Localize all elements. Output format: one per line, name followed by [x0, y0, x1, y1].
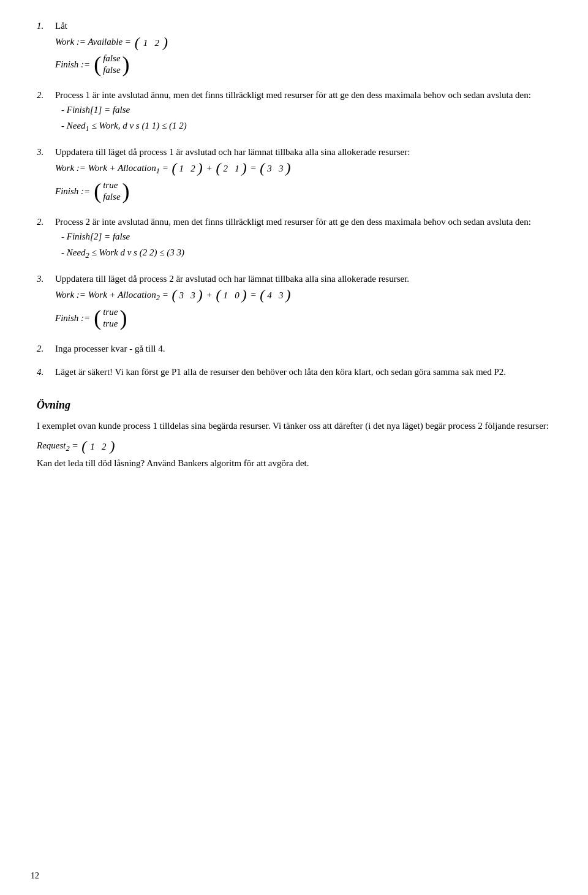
- request2-sub: 2: [66, 444, 69, 453]
- ovning-heading: Övning: [37, 396, 557, 414]
- finish-step3-label: Finish :=: [55, 184, 90, 198]
- alloc2-sub: 2: [156, 293, 160, 302]
- step3b-val2: ( 1 0 ): [216, 288, 246, 303]
- step3-val2: ( 2 1 ): [216, 161, 246, 176]
- item-number-3a: 3.: [37, 145, 50, 206]
- item-3b: 3. Uppdatera till läget då process 2 är …: [37, 271, 557, 333]
- item-content-2b: Process 2 är inte avslutad ännu, men det…: [55, 214, 557, 263]
- step2b-intro-text: Process 2 är inte avslutad ännu, men det…: [55, 217, 531, 227]
- finish-step3b-row1: true: [103, 306, 118, 319]
- step2-finish1: - Finish[1] = false: [61, 102, 557, 117]
- finish-step3b-block: Finish := ( true true ): [55, 306, 557, 330]
- alloc1-sub: 1: [156, 167, 160, 175]
- need2-sub: 2: [86, 251, 89, 260]
- lat-label: Låt: [55, 18, 557, 33]
- request2-matrix: ( 1 2 ): [81, 439, 115, 454]
- finish-step3b-matrix: ( true true ): [94, 306, 127, 330]
- step3b-val1: ( 3 3 ): [172, 288, 203, 303]
- item-content-3a: Uppdatera till läget då process 1 är avs…: [55, 145, 557, 206]
- item-2c: 2. Inga processer kvar - gå till 4.: [37, 341, 557, 356]
- step3-val1: ( 1 2 ): [172, 161, 203, 176]
- step3b-val3: ( 4 3 ): [260, 288, 290, 303]
- item-4: 4. Läget är säkert! Vi kan först ge P1 a…: [37, 364, 557, 379]
- step3b-intro-text: Uppdatera till läget då process 2 är avs…: [55, 271, 557, 286]
- ovning-section: Övning I exemplet ovan kunde process 1 t…: [37, 396, 557, 471]
- finish-step3b-row2: true: [103, 318, 118, 330]
- item-number-4: 4.: [37, 364, 50, 379]
- step3-work-line: Work := Work + Allocation1 = ( 1 2 ) + (…: [55, 160, 557, 177]
- item-3a: 3. Uppdatera till läget då process 1 är …: [37, 145, 557, 206]
- finish-step3-values: true false: [103, 179, 120, 203]
- item-content-2c: Inga processer kvar - gå till 4.: [55, 341, 557, 356]
- item-content-2a: Process 1 är inte avslutad ännu, men det…: [55, 88, 557, 136]
- finish-step3-matrix: ( true false ): [94, 179, 129, 203]
- step2b-finish2: - Finish[2] = false: [61, 229, 557, 244]
- step2-intro-text: Process 1 är inte avslutad ännu, men det…: [55, 90, 531, 100]
- step3-val3: ( 3 3 ): [260, 161, 290, 176]
- step2-need1: - Need1 ≤ Work, d v s (1 1) ≤ (1 2): [61, 118, 557, 135]
- item-number-2c: 2.: [37, 341, 50, 356]
- finish-step3-block: Finish := ( true false ): [55, 179, 557, 203]
- step2c-text: Inga processer kvar - gå till 4.: [55, 344, 165, 353]
- need1-sub: 1: [86, 124, 89, 133]
- finish-init-values: false false: [103, 53, 120, 77]
- finish-row-1: false: [103, 53, 120, 65]
- item-content-3b: Uppdatera till läget då process 2 är avs…: [55, 271, 557, 333]
- item-number-3b: 3.: [37, 271, 50, 333]
- finish-row-2: false: [103, 64, 120, 77]
- finish-step3b-values: true true: [103, 306, 118, 330]
- finish-init-matrix: ( false false ): [94, 53, 129, 77]
- ovning-text1: I exemplet ovan kunde process 1 tilldela…: [37, 418, 557, 433]
- main-content: 1. Låt Work := Available = ( 1 2 ) Finis…: [37, 18, 557, 470]
- finish-init-label: Finish :=: [55, 57, 90, 72]
- item-number-1: 1.: [37, 18, 50, 79]
- step2-need1-cont: ≤ Work, d v s (1 1) ≤ (1 2): [92, 121, 187, 130]
- step3-intro-text: Uppdatera till läget då process 1 är avs…: [55, 145, 557, 159]
- ovning-text2: Kan det leda till död låsning? Använd Ba…: [37, 456, 557, 470]
- item-number-2b: 2.: [37, 214, 50, 263]
- item-content-4: Läget är säkert! Vi kan först ge P1 alla…: [55, 364, 557, 379]
- work-init-line: Work := Available = ( 1 2 ): [55, 34, 557, 50]
- step3b-work-line: Work := Work + Allocation2 = ( 3 3 ) + (…: [55, 287, 557, 304]
- request2-line: Request2 = ( 1 2 ): [37, 438, 557, 455]
- finish-step3-row2: false: [103, 191, 120, 203]
- item-2b: 2. Process 2 är inte avslutad ännu, men …: [37, 214, 557, 263]
- item-2a: 2. Process 1 är inte avslutad ännu, men …: [37, 88, 557, 136]
- work-init-matrix: ( 1 2 ): [135, 36, 168, 50]
- item-1: 1. Låt Work := Available = ( 1 2 ) Finis…: [37, 18, 557, 79]
- step4-text: Läget är säkert! Vi kan först ge P1 alla…: [55, 367, 506, 377]
- step2b-need2: - Need2 ≤ Work d v s (2 2) ≤ (3 3): [61, 245, 557, 262]
- finish-step3-row1: true: [103, 179, 118, 192]
- finish-init-block: Finish := ( false false ): [55, 53, 557, 77]
- step2b-need2-cont: ≤ Work d v s (2 2) ≤ (3 3): [92, 247, 184, 257]
- item-number-2a: 2.: [37, 88, 50, 136]
- finish-step3b-label: Finish :=: [55, 311, 90, 325]
- item-content-1: Låt Work := Available = ( 1 2 ) Finish :…: [55, 18, 557, 79]
